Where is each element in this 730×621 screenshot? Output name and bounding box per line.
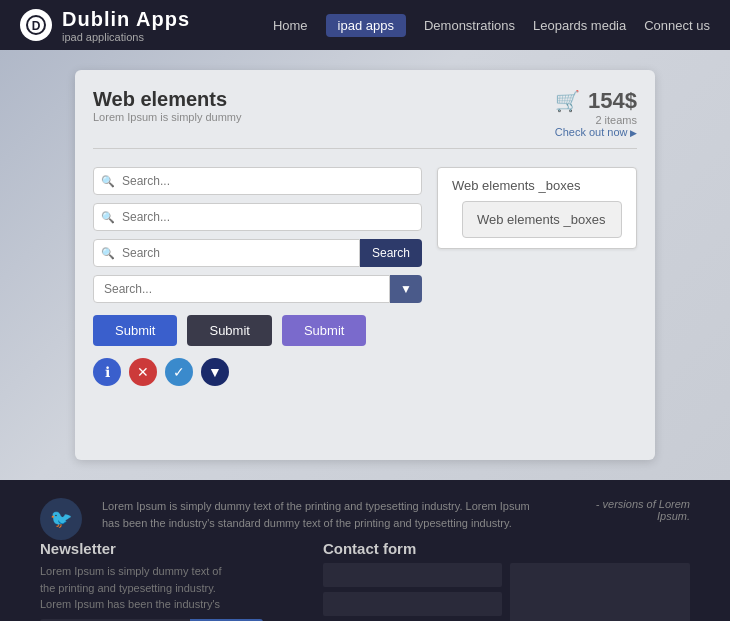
search-icon-2: 🔍	[101, 211, 115, 224]
search-input-1[interactable]	[93, 167, 422, 195]
search-icon-3: 🔍	[101, 247, 115, 260]
contact-input-2[interactable]	[323, 592, 503, 616]
nav-home[interactable]: Home	[273, 18, 308, 33]
search-input-3[interactable]	[93, 239, 360, 267]
box-card-2: Web elements _boxes	[462, 201, 622, 238]
cart-items: 2 iteams	[595, 114, 637, 126]
submit-button-3[interactable]: Submit	[282, 315, 366, 346]
box-label-2: Web elements _boxes	[477, 212, 605, 227]
contact-form-section: Contact form Submit	[323, 540, 690, 621]
search-input-4[interactable]	[93, 275, 390, 303]
search-input-2[interactable]	[93, 203, 422, 231]
left-col: 🔍 🔍 🔍 Search ▼	[93, 167, 422, 386]
svg-text:D: D	[32, 19, 41, 33]
nav-demonstrations[interactable]: Demonstrations	[424, 18, 515, 33]
cart-price: 154$	[588, 88, 637, 114]
cart-area: 🛒 154$ 2 iteams Check out now	[555, 88, 637, 138]
footer-versions: - versions of Lorem Ipsum.	[570, 498, 690, 522]
search-group-1: 🔍	[93, 167, 422, 195]
submit-button-2[interactable]: Submit	[187, 315, 271, 346]
buttons-row: Submit Submit Submit	[93, 315, 422, 346]
nav-connect-us[interactable]: Connect us	[644, 18, 710, 33]
logo-title: Dublin Apps	[62, 8, 190, 31]
contact-right	[510, 563, 690, 621]
box-label-1: Web elements _boxes	[452, 178, 580, 193]
footer: 🐦 Lorem Ipsum is simply dummy text of th…	[0, 480, 730, 621]
submit-button-1[interactable]: Submit	[93, 315, 177, 346]
checkout-link[interactable]: Check out now	[555, 126, 637, 138]
newsletter-section: Newsletter Lorem Ipsum is simply dummy t…	[40, 540, 263, 621]
search-group-3: 🔍 Search	[93, 239, 422, 267]
twitter-icon: 🐦	[40, 498, 82, 540]
icons-row: ℹ ✕ ✓ ▼	[93, 358, 422, 386]
search-button-3[interactable]: Search	[360, 239, 422, 267]
icon-check[interactable]: ✓	[165, 358, 193, 386]
card-title: Web elements	[93, 88, 242, 111]
contact-inputs	[323, 563, 690, 621]
nav-leopards-media[interactable]: Leopards media	[533, 18, 626, 33]
logo-text: Dublin Apps ipad applications	[62, 8, 190, 43]
main-area: Web elements Lorem Ipsum is simply dummy…	[0, 50, 730, 480]
right-col: Web elements _boxes Web elements _boxes	[437, 167, 637, 386]
contact-title: Contact form	[323, 540, 690, 557]
card-subtitle: Lorem Ipsum is simply dummy	[93, 111, 242, 123]
nav-ipad-apps[interactable]: ipad apps	[326, 14, 406, 37]
icon-info[interactable]: ℹ	[93, 358, 121, 386]
search-group-4: ▼	[93, 275, 422, 303]
cart-top: 🛒 154$	[555, 88, 637, 114]
icon-close[interactable]: ✕	[129, 358, 157, 386]
contact-textarea[interactable]	[510, 563, 690, 621]
footer-twitter-text: Lorem Ipsum is simply dummy text of the …	[102, 498, 550, 531]
newsletter-title: Newsletter	[40, 540, 263, 557]
cart-icon: 🛒	[555, 89, 580, 113]
footer-mid: Newsletter Lorem Ipsum is simply dummy t…	[40, 540, 690, 621]
card-header: Web elements Lorem Ipsum is simply dummy…	[93, 88, 637, 149]
search-group-2: 🔍	[93, 203, 422, 231]
icon-down[interactable]: ▼	[201, 358, 229, 386]
contact-input-1[interactable]	[323, 563, 503, 587]
newsletter-desc: Lorem Ipsum is simply dummy text of the …	[40, 563, 230, 613]
card-body: 🔍 🔍 🔍 Search ▼	[93, 167, 637, 386]
search-icon-1: 🔍	[101, 175, 115, 188]
box-card-1: Web elements _boxes Web elements _boxes	[437, 167, 637, 249]
nav: Home ipad apps Demonstrations Leopards m…	[273, 14, 710, 37]
header: D Dublin Apps ipad applications Home ipa…	[0, 0, 730, 50]
logo-subtitle: ipad applications	[62, 31, 190, 43]
dropdown-button[interactable]: ▼	[390, 275, 422, 303]
logo-icon: D	[20, 9, 52, 41]
contact-left	[323, 563, 503, 621]
card-title-area: Web elements Lorem Ipsum is simply dummy	[93, 88, 242, 123]
logo-area: D Dublin Apps ipad applications	[20, 8, 190, 43]
footer-top: 🐦 Lorem Ipsum is simply dummy text of th…	[40, 498, 690, 540]
content-card: Web elements Lorem Ipsum is simply dummy…	[75, 70, 655, 460]
